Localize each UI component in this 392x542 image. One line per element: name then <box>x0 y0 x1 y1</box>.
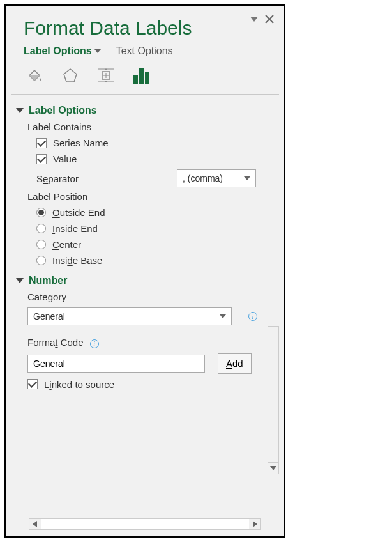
tab-label-options[interactable]: Label Options <box>24 45 101 57</box>
checkbox-series-name[interactable] <box>36 138 47 148</box>
separator-label: SeparatorSeparator <box>36 173 100 184</box>
section-number-title: Number <box>29 275 67 286</box>
label-position-heading: Label Position <box>27 191 279 202</box>
scroll-left-icon[interactable] <box>29 519 41 529</box>
checkbox-value[interactable] <box>36 154 47 164</box>
section-label-options-title: Label Options <box>29 105 97 116</box>
checkbox-linked-to-source[interactable] <box>27 379 38 389</box>
separator-value: , (comma) <box>183 173 223 183</box>
checkbox-value-label: VValuealue <box>53 153 77 164</box>
format-data-labels-pane: Format Data Labels Label Options Text Op… <box>4 4 285 538</box>
radio-inside-end-label: Inside EndInside End <box>52 223 98 234</box>
fill-line-icon[interactable] <box>22 63 47 88</box>
horizontal-scrollbar[interactable] <box>29 518 261 530</box>
radio-center-label: CenterCenter <box>52 239 81 250</box>
category-value: General <box>33 311 65 321</box>
scroll-down-icon[interactable] <box>268 462 278 474</box>
info-icon[interactable]: i <box>90 339 99 348</box>
task-pane-options-icon[interactable] <box>248 13 260 25</box>
effects-icon[interactable] <box>58 63 82 88</box>
chevron-down-icon <box>94 49 101 53</box>
svg-marker-16 <box>253 521 257 527</box>
radio-outside-end-label: Outside EndOutside End <box>52 207 105 218</box>
separator-select[interactable]: , (comma) <box>177 169 256 187</box>
svg-marker-3 <box>64 69 77 82</box>
scroll-right-icon[interactable] <box>249 519 260 529</box>
radio-inside-base[interactable] <box>36 256 46 265</box>
collapse-icon <box>16 278 24 283</box>
section-label-options[interactable]: Label Options <box>16 105 279 116</box>
svg-marker-15 <box>33 521 37 527</box>
size-properties-icon[interactable] <box>94 63 118 88</box>
format-code-input[interactable] <box>27 355 205 373</box>
radio-outside-end[interactable] <box>36 208 46 217</box>
tab-label-options-text: Label Options <box>24 45 92 57</box>
tab-text-options[interactable]: Text Options <box>116 45 173 57</box>
radio-inside-base-label: Inside BaseInside Base <box>52 255 102 266</box>
add-button[interactable]: AddAdd <box>218 353 252 374</box>
chevron-down-icon <box>220 314 226 318</box>
label-options-chart-icon[interactable] <box>130 63 154 88</box>
svg-rect-13 <box>145 72 149 84</box>
pane-title: Format Data Labels <box>24 17 266 39</box>
collapse-icon <box>16 108 24 113</box>
category-select[interactable]: General <box>27 307 232 325</box>
svg-marker-0 <box>250 17 258 22</box>
svg-rect-12 <box>139 68 144 84</box>
category-label: CategoryCategory <box>27 291 279 302</box>
vertical-scrollbar[interactable] <box>268 326 279 474</box>
info-icon[interactable]: i <box>248 312 257 321</box>
label-contains-heading: Label Contains <box>27 121 279 132</box>
svg-rect-11 <box>133 75 138 84</box>
checkbox-linked-label: Linked to sourceLinked to source <box>44 379 114 390</box>
svg-marker-14 <box>270 466 276 470</box>
chevron-down-icon <box>244 176 250 180</box>
radio-center[interactable] <box>36 240 46 249</box>
checkbox-series-name-label: SSeries Nameeries Name <box>53 137 109 148</box>
scrollbar-track[interactable] <box>41 519 249 529</box>
close-icon[interactable] <box>264 13 275 25</box>
format-code-label: Format CodeFormat Code i <box>27 337 279 348</box>
radio-inside-end[interactable] <box>36 224 46 233</box>
section-number[interactable]: Number <box>16 275 279 286</box>
